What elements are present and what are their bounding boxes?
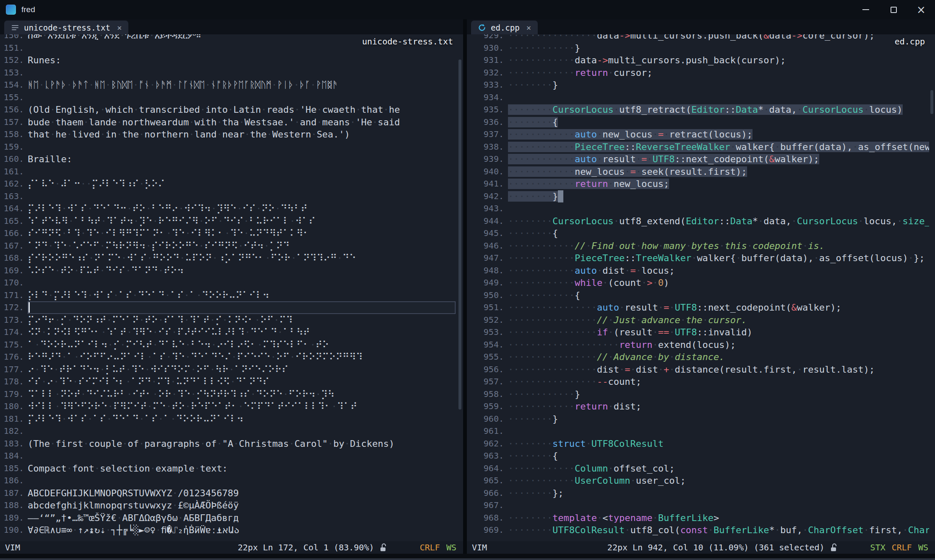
status-flag-crlf[interactable]: CRLF: [420, 542, 440, 552]
code-line[interactable]: 930.············}: [467, 42, 935, 54]
code-line[interactable]: 190.∀∂∈ℝ∧∪≡∞·↑↗↨↻⇣·┐┼╔╘░►☺♀·ﬁ�⑀₂ἠḂӥẄɐː⍎א…: [0, 524, 463, 537]
code-line[interactable]: 967.: [467, 499, 935, 512]
code-line[interactable]: 161.: [0, 166, 463, 178]
scrollbar-thumb[interactable]: [930, 90, 933, 114]
code-line[interactable]: 169.⠡⠕⠎⠑·⠞⠕·⠏⠥⠞·⠙⠊⠎·⠙⠁⠝⠙·⠞⠕⠲: [0, 264, 463, 277]
code-line[interactable]: 949.············while·(count·>·0): [467, 277, 935, 289]
code-line[interactable]: 168.⡎⠊⠗⠕⠕⠛⠑⠰⠎·⠝⠁⠍⠑·⠺⠁⠎·⠛⠕⠕⠙·⠥⠏⠕⠝·⠰⡡⠁⠝⠛⠑⠂…: [0, 252, 463, 264]
text-editor-unicode-stress[interactable]: unicode-stress.txt 150.ሰው·እንደቤቱ·እንጂ·እንደ·…: [0, 34, 463, 541]
tab-unicode-stress[interactable]: unicode-stress.txt ×: [4, 21, 128, 34]
code-line[interactable]: 965.············UserColumn·user_col;: [467, 474, 935, 487]
code-line[interactable]: 954.····················return·extend(lo…: [467, 339, 935, 351]
code-line[interactable]: 963.········{: [467, 450, 935, 462]
code-line[interactable]: 935.········CursorLocus·utf8_retract(Edi…: [467, 104, 935, 116]
code-line[interactable]: 969.········UTF8ColResult·utf8_col(const…: [467, 524, 935, 537]
scrollbar-right[interactable]: [929, 34, 935, 541]
status-flag-stx[interactable]: STX: [870, 542, 886, 552]
code-line[interactable]: 179.⠩⠁⠇⠇·⠝⠕⠞·⠙⠊⠌⠥⠗⠃·⠊⠞⠂·⠕⠗·⠹⠑·⡊⠳⠝⠞⠗⠹⠰⠎·⠙…: [0, 388, 463, 401]
code-line[interactable]: 181.⡍⠜⠇⠑⠹·⠺⠁⠎·⠁⠎·⠙⠑⠁⠙·⠁⠎·⠁·⠙⠕⠕⠗⠤⠝⠁⠊⠇⠲: [0, 413, 463, 425]
code-line[interactable]: 959.············return·dist;: [467, 400, 935, 413]
code-line[interactable]: 964.············Column·offset_col;: [467, 462, 935, 475]
code-line[interactable]: 936.········{: [467, 116, 935, 129]
code-line[interactable]: 937.············auto·new_locus·=·retract…: [467, 128, 935, 141]
code-line[interactable]: 939.············auto·result·=·UTF8::next…: [467, 153, 935, 166]
code-line[interactable]: 167.⠁⠝⠙·⠹⠑·⠡⠊⠑⠋·⠍⠳⠗⠝⠻⠲·⡎⠊⠗⠕⠕⠛⠑·⠎⠊⠛⠝⠫·⠊⠞⠲…: [0, 240, 463, 252]
code-line[interactable]: 171.⡕⠇⠙·⡍⠜⠇⠑⠹·⠺⠁⠎·⠁⠎·⠙⠑⠁⠙·⠁⠎·⠁·⠙⠕⠕⠗⠤⠝⠁⠊⠇…: [0, 289, 463, 302]
code-line[interactable]: 175.⠁·⠙⠕⠕⠗⠤⠝⠁⠊⠇⠲·⡊·⠍⠊⠣⠞·⠙⠁⠧⠑·⠃⠑⠲·⠔⠊⠇⠔⠫⠂·…: [0, 339, 463, 351]
code-line[interactable]: 152.Runes:: [0, 54, 463, 67]
code-line[interactable]: 176.⠗⠑⠛⠜⠙·⠁·⠊⠕⠋⠋⠔⠤⠝⠁⠊⠇·⠁⠎·⠹⠑·⠙⠑⠁⠙⠑⠌·⠏⠊⠑⠊…: [0, 351, 463, 363]
close-button[interactable]: ×: [907, 0, 935, 19]
unlocked-padlock-icon[interactable]: [830, 543, 838, 552]
code-line[interactable]: 948.············auto·dist·=·locus;: [467, 264, 935, 277]
code-line[interactable]: 164.⡍⠜⠇⠑⠹·⠺⠁⠎·⠙⠑⠁⠙⠒·⠞⠕·⠃⠑⠛⠔·⠺⠊⠹⠲·⡹⠻⠑·⠊⠎·…: [0, 202, 463, 215]
code-line[interactable]: 929.················data->multi_cursors.…: [467, 34, 935, 42]
code-line[interactable]: 162.⡌⠁⠧⠑·⠼⠁⠒··⡍⠜⠇⠑⠹⠰⠎·⡣⠕⠌: [0, 178, 463, 190]
code-line[interactable]: 942.········}: [467, 190, 935, 203]
code-line[interactable]: 154.ᚻᛖ·ᚳᚹᚫᚦ·ᚦᚫᛏ·ᚻᛖ·ᛒᚢᛞᛖ·ᚩᚾ·ᚦᚫᛗ·ᛚᚪᚾᛞᛖ·ᚾᚩᚱ…: [0, 79, 463, 91]
code-line[interactable]: 185.Compact·font·selection·example·text:: [0, 462, 463, 475]
code-line[interactable]: 163.: [0, 190, 463, 203]
pane-splitter[interactable]: [463, 19, 467, 554]
code-line[interactable]: 170.: [0, 277, 463, 289]
scrollbar-left[interactable]: [457, 34, 463, 541]
minimize-button[interactable]: [852, 0, 880, 19]
code-line[interactable]: 938.············PieceTree::ReverseTreeWa…: [467, 141, 935, 153]
code-line[interactable]: 188.abcdefghijklmnopqrstuvwxyz·£©µÀÆÖÞßé…: [0, 499, 463, 512]
status-flag-ws[interactable]: WS: [446, 542, 456, 552]
code-line[interactable]: 189.–—‘“”„†•…‰™œŠŸž€·ΑΒΓΔΩαβγδω·АБВГДабв…: [0, 512, 463, 524]
code-line[interactable]: 187.ABCDEFGHIJKLMNOPQRSTUVWXYZ·/01234567…: [0, 487, 463, 500]
code-line[interactable]: 159.: [0, 141, 463, 153]
code-line[interactable]: 957.················--count;: [467, 376, 935, 388]
code-line[interactable]: 961.: [467, 425, 935, 438]
code-line[interactable]: 941.············return·new_locus;: [467, 178, 935, 190]
code-line[interactable]: 165.⠱⠁⠞⠑⠧⠻·⠁⠃⠳⠞·⠹⠁⠞⠲·⡹⠑·⠗⠑⠛⠊⠌⠻·⠕⠋·⠙⠊⠎·⠃⠥…: [0, 215, 463, 228]
code-line[interactable]: 178.⠊⠎·⠔·⠹⠑·⠎⠊⠍⠊⠇⠑⠆·⠁⠝⠙·⠍⠹·⠥⠝⠙⠁⠇⠇⠪⠫·⠙⠁⠝⠙…: [0, 376, 463, 388]
code-line[interactable]: 950.············{: [467, 289, 935, 302]
tab-close-icon[interactable]: ×: [117, 23, 122, 32]
tab-close-icon[interactable]: ×: [526, 23, 531, 32]
code-line[interactable]: 180.⠺⠊⠇⠇·⠹⠻⠑⠋⠕⠗⠑·⠏⠻⠍⠊⠞·⠍⠑·⠞⠕·⠗⠑⠏⠑⠁⠞⠂·⠑⠍⠏…: [0, 400, 463, 413]
code-line[interactable]: 953.················if·(result·==·UTF8::…: [467, 326, 935, 339]
code-line[interactable]: 166.⠎⠊⠛⠝⠫·⠃⠹·⠹⠑·⠊⠇⠻⠛⠹⠍⠁⠝⠂·⠹⠑·⠊⠇⠻⠅⠂·⠹⠑·⠥⠝…: [0, 227, 463, 240]
code-line[interactable]: 958.············}: [467, 388, 935, 401]
code-line[interactable]: 947.············PieceTree::TreeWalker·wa…: [467, 252, 935, 264]
code-line[interactable]: 172.: [0, 301, 463, 314]
code-line[interactable]: 158.that·he·lived·in·the·northern·land·n…: [0, 128, 463, 141]
code-line[interactable]: 943.: [467, 202, 935, 215]
code-line[interactable]: 184.: [0, 450, 463, 462]
code-line[interactable]: 173.⡍⠔⠙⠖·⡊·⠙⠕⠝⠰⠞·⠍⠑⠁⠝·⠞⠕·⠎⠁⠹·⠹⠁⠞·⡊·⠅⠝⠪⠂·…: [0, 314, 463, 327]
code-line[interactable]: 945.········{: [467, 227, 935, 240]
code-line[interactable]: 153.: [0, 67, 463, 79]
code-line[interactable]: 944.········CursorLocus·utf8_extend(Edit…: [467, 215, 935, 228]
code-line[interactable]: 946.············//·Find·out·how·many·byt…: [467, 240, 935, 252]
tab-ed-cpp[interactable]: ed.cpp ×: [471, 21, 538, 34]
code-line[interactable]: 934.: [467, 91, 935, 104]
code-line[interactable]: 968.········template·<typename·BufferLik…: [467, 512, 935, 524]
code-line[interactable]: 962.········struct·UTF8ColResult: [467, 438, 935, 450]
code-line[interactable]: 156.(Old·English,·which·transcribed·into…: [0, 104, 463, 116]
unlocked-padlock-icon[interactable]: [380, 543, 387, 552]
code-line[interactable]: 956.················dist·=·dist·+·distan…: [467, 363, 935, 376]
code-line[interactable]: 932.············return·cursor;: [467, 67, 935, 79]
code-line[interactable]: 960.········}: [467, 413, 935, 425]
code-line[interactable]: 186.: [0, 474, 463, 487]
code-line[interactable]: 155.: [0, 91, 463, 104]
code-line[interactable]: 940.············new_locus·=·seek(result.…: [467, 166, 935, 178]
scrollbar-thumb[interactable]: [458, 60, 461, 409]
code-line[interactable]: 951.················auto·result·=·UTF8::…: [467, 301, 935, 314]
status-flag-crlf[interactable]: CRLF: [892, 542, 912, 552]
code-line[interactable]: 182.: [0, 425, 463, 438]
code-line[interactable]: 955.················//·Advance·by·distan…: [467, 351, 935, 363]
titlebar[interactable]: fred ×: [0, 0, 935, 19]
code-line[interactable]: 952.················//·Just·advance·the·…: [467, 314, 935, 327]
code-line[interactable]: 966.········};: [467, 487, 935, 500]
code-line[interactable]: 157.bude·thaem·lande·northweardum·with·t…: [0, 116, 463, 129]
code-line[interactable]: 933.········}: [467, 79, 935, 91]
code-line[interactable]: 160.Braille:: [0, 153, 463, 166]
code-line[interactable]: 174.⠪⠝·⠅⠝⠪⠇⠫⠛⠑⠂·⠱⠁⠞·⠹⠻⠑·⠊⠎·⠏⠜⠞⠊⠊⠥⠇⠜⠇⠹·⠙⠑…: [0, 326, 463, 339]
code-line[interactable]: 931.············data->multi_cursors.push…: [467, 54, 935, 67]
code-line[interactable]: 177.⠔·⠹⠑·⠞⠗⠁⠙⠑⠲·⡃⠥⠞·⠹⠑·⠺⠊⠎⠙⠕⠍·⠕⠋·⠳⠗·⠁⠝⠊⠑…: [0, 363, 463, 376]
code-line[interactable]: 183.(The·first·couple·of·paragraphs·of·"…: [0, 438, 463, 450]
status-flag-ws[interactable]: WS: [918, 542, 928, 552]
